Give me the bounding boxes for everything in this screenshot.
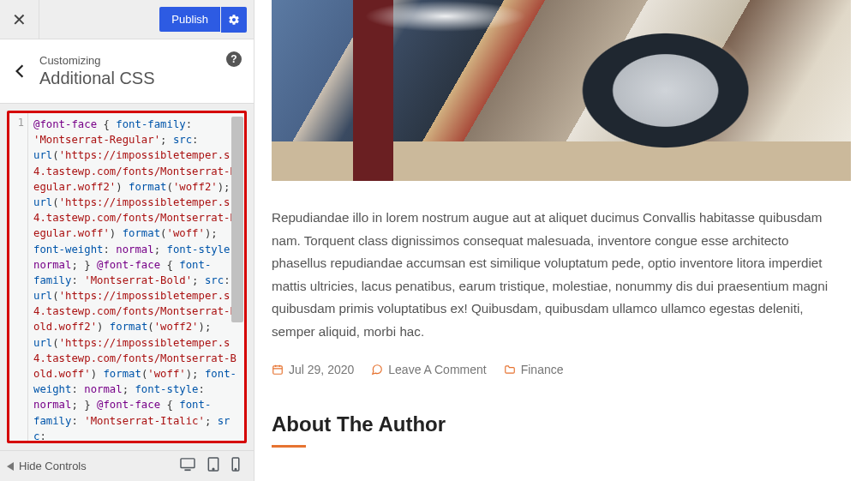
desktop-icon: [180, 458, 195, 472]
meta-category-text: Finance: [521, 363, 564, 376]
triangle-left-icon: [7, 462, 14, 471]
section-header: Customizing Additional CSS ?: [0, 39, 254, 104]
folder-icon: [504, 364, 516, 376]
line-gutter: 1: [9, 113, 28, 441]
meta-date-text: Jul 29, 2020: [289, 363, 354, 376]
device-tablet-button[interactable]: [207, 457, 219, 475]
svg-point-3: [213, 468, 214, 470]
svg-rect-0: [181, 458, 195, 467]
device-mobile-button[interactable]: [231, 457, 240, 475]
section-title: Additional CSS: [39, 69, 243, 88]
tablet-icon: [207, 457, 219, 472]
meta-date[interactable]: Jul 29, 2020: [272, 363, 354, 376]
topbar-actions: Publish: [159, 7, 247, 33]
code-area[interactable]: @font-face { font-family: 'Montserrat-Re…: [28, 113, 244, 441]
meta-comments[interactable]: Leave A Comment: [371, 363, 486, 376]
device-desktop-button[interactable]: [180, 458, 195, 475]
help-button[interactable]: ?: [226, 51, 242, 67]
svg-rect-6: [273, 365, 283, 373]
close-button[interactable]: ✕: [0, 0, 39, 39]
publish-button[interactable]: Publish: [159, 7, 220, 32]
customizer-topbar: ✕ Publish: [0, 0, 254, 39]
author-heading: About The Author: [272, 412, 834, 436]
section-eyebrow: Customizing: [39, 54, 243, 67]
chevron-left-icon: [15, 63, 25, 79]
calendar-icon: [272, 364, 284, 376]
customizer-footer: Hide Controls: [0, 450, 254, 481]
featured-image: [272, 0, 851, 181]
svg-point-5: [235, 468, 236, 470]
scrollbar-thumb[interactable]: [231, 117, 243, 322]
css-editor[interactable]: 1 @font-face { font-family: 'Montserrat-…: [7, 111, 247, 443]
svg-rect-1: [184, 469, 190, 471]
preview-pane[interactable]: Repudiandae illo in lorem nostrum augue …: [254, 0, 868, 481]
meta-comments-text: Leave A Comment: [388, 363, 486, 376]
article-content: Repudiandae illo in lorem nostrum augue …: [254, 181, 868, 458]
comment-icon: [371, 364, 383, 376]
device-toggles: [180, 457, 247, 475]
gear-icon: [228, 14, 240, 26]
customizer-sidebar: ✕ Publish Customizing Additional CSS ? 1…: [0, 0, 254, 481]
hide-controls-button[interactable]: Hide Controls: [7, 460, 171, 472]
heading-underline: [272, 445, 306, 448]
back-button[interactable]: [0, 48, 39, 94]
meta-category[interactable]: Finance: [504, 363, 564, 376]
hide-controls-label: Hide Controls: [19, 460, 87, 472]
article-meta: Jul 29, 2020 Leave A Comment Finance: [272, 363, 834, 376]
section-titles: Customizing Additional CSS: [39, 54, 243, 88]
settings-button[interactable]: [221, 7, 247, 33]
mobile-icon: [231, 457, 240, 472]
article-paragraph: Repudiandae illo in lorem nostrum augue …: [272, 207, 834, 344]
